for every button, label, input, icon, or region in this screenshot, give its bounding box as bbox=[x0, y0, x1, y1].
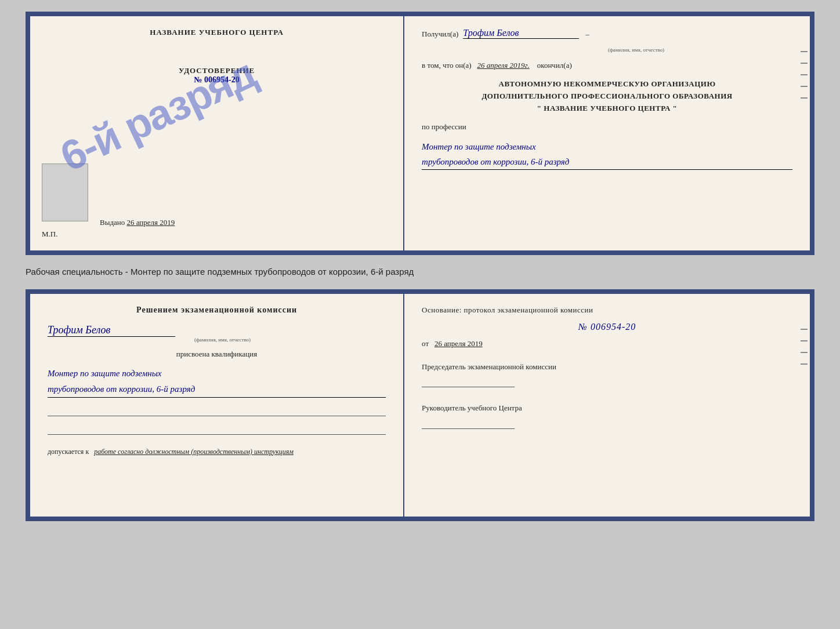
name-sublabel: (фамилия, имя, отчество) bbox=[194, 337, 251, 343]
date-line: в том, что он(а) 26 апреля 2019г. окончи… bbox=[422, 61, 792, 70]
name-value: Трофим Белов bbox=[48, 324, 175, 337]
chairman-label: Председатель экзаменационной комиссии bbox=[422, 361, 792, 373]
edge-mark-5 bbox=[801, 97, 808, 99]
chairman-block: Председатель экзаменационной комиссии bbox=[422, 361, 792, 388]
rukov-sign-line bbox=[422, 417, 515, 429]
subtitle-text: Рабочая специальность - Монтер по защите… bbox=[26, 266, 814, 279]
vydano-label: Выдано bbox=[100, 218, 125, 227]
poluchil-label: Получил(a) bbox=[422, 30, 458, 39]
edge-mark-2 bbox=[801, 63, 808, 64]
recipient-name: Трофим Белов bbox=[463, 28, 579, 39]
po-professii-label: по профессии bbox=[422, 122, 792, 132]
decision-title: Решением экзаменационной комиссии bbox=[48, 306, 386, 315]
profession-value: Монтер по защите подземных трубопроводов… bbox=[422, 140, 792, 170]
bottom-certificate: Решением экзаменационной комиссии Трофим… bbox=[26, 289, 814, 521]
bottom-cert-left: Решением экзаменационной комиссии Трофим… bbox=[30, 294, 404, 517]
edge-mark-4 bbox=[801, 86, 808, 87]
org-name-block: АВТОНОМНУЮ НЕКОММЕРЧЕСКУЮ ОРГАНИЗАЦИЮ ДО… bbox=[422, 78, 792, 114]
protocol-num: № 006954-20 bbox=[422, 322, 792, 332]
blank-line-2 bbox=[48, 423, 386, 435]
dopuskaetsya-line: допускается к работе согласно должностны… bbox=[48, 448, 386, 456]
qualification-value: Монтер по защите подземных трубопроводов… bbox=[48, 366, 386, 398]
edge-mark-3 bbox=[801, 74, 808, 75]
qual-line2: трубопроводов от коррозии, 6-й разряд bbox=[48, 381, 386, 397]
vydano-date: 26 апреля 2019 bbox=[127, 218, 175, 227]
top-cert-title: НАЗВАНИЕ УЧЕБНОГО ЦЕНТРА bbox=[150, 28, 284, 37]
dopuskaetsya-value: работе согласно должностным (производств… bbox=[94, 448, 294, 456]
vydano-line: Выдано 26 апреля 2019 bbox=[100, 218, 175, 227]
qual-line1: Монтер по защите подземных bbox=[48, 366, 386, 381]
assigned-text: присвоена квалификация bbox=[48, 350, 386, 359]
blank-line-1 bbox=[48, 405, 386, 416]
top-cert-left: НАЗВАНИЕ УЧЕБНОГО ЦЕНТРА 6-й разряд УДОС… bbox=[30, 16, 404, 250]
recipient-line: Получил(a) Трофим Белов – bbox=[422, 28, 792, 39]
org-line2: ДОПОЛНИТЕЛЬНОГО ПРОФЕССИОНАЛЬНОГО ОБРАЗО… bbox=[422, 90, 792, 103]
org-line1: АВТОНОМНУЮ НЕКОММЕРЧЕСКУЮ ОРГАНИЗАЦИЮ bbox=[422, 78, 792, 90]
vtom-label: в том, что он(а) bbox=[422, 61, 472, 70]
udostoverenie-num: № 006954-20 bbox=[179, 75, 255, 85]
bottom-right-edge-marks bbox=[801, 329, 808, 365]
edge-mark-1 bbox=[801, 51, 808, 52]
bottom-edge-mark-3 bbox=[801, 352, 808, 353]
top-certificate: НАЗВАНИЕ УЧЕБНОГО ЦЕНТРА 6-й разряд УДОС… bbox=[26, 12, 814, 255]
date-value: 26 апреля 2019г. bbox=[477, 61, 529, 70]
bottom-edge-mark-2 bbox=[801, 340, 808, 341]
dopuskaetsya-label: допускается к bbox=[48, 448, 89, 456]
photo-placeholder bbox=[42, 163, 88, 221]
dash1: – bbox=[584, 30, 589, 39]
right-edge-marks bbox=[801, 51, 808, 99]
bottom-edge-mark-4 bbox=[801, 363, 808, 365]
recipient-sublabel: (фамилия, имя, отчество) bbox=[480, 47, 792, 53]
udostoverenie-title: УДОСТОВЕРЕНИЕ bbox=[179, 66, 255, 75]
rukov-label: Руководитель учебного Центра bbox=[422, 402, 792, 414]
mp-line: М.П. bbox=[42, 230, 57, 239]
top-cert-right: Получил(a) Трофим Белов – (фамилия, имя,… bbox=[404, 16, 810, 250]
rukov-block: Руководитель учебного Центра bbox=[422, 402, 792, 429]
proto-date: от 26 апреля 2019 bbox=[422, 339, 792, 348]
profession-line2: трубопроводов от коррозии, 6-й разряд bbox=[422, 155, 792, 170]
bottom-cert-right: Основание: протокол экзаменационной коми… bbox=[404, 294, 810, 517]
bottom-edge-mark-1 bbox=[801, 329, 808, 330]
ot-date: 26 апреля 2019 bbox=[435, 339, 483, 348]
ot-label: от bbox=[422, 339, 429, 348]
osnovaniye-title: Основание: протокол экзаменационной коми… bbox=[422, 306, 792, 315]
okonchil-label: окончил(а) bbox=[537, 61, 572, 70]
udostoverenie-block: УДОСТОВЕРЕНИЕ № 006954-20 bbox=[179, 66, 255, 85]
org-line3: " НАЗВАНИЕ УЧЕБНОГО ЦЕНТРА " bbox=[422, 103, 792, 115]
name-block: Трофим Белов (фамилия, имя, отчество) bbox=[48, 324, 386, 343]
profession-line1: Монтер по защите подземных bbox=[422, 140, 792, 155]
chairman-sign-line bbox=[422, 376, 515, 387]
